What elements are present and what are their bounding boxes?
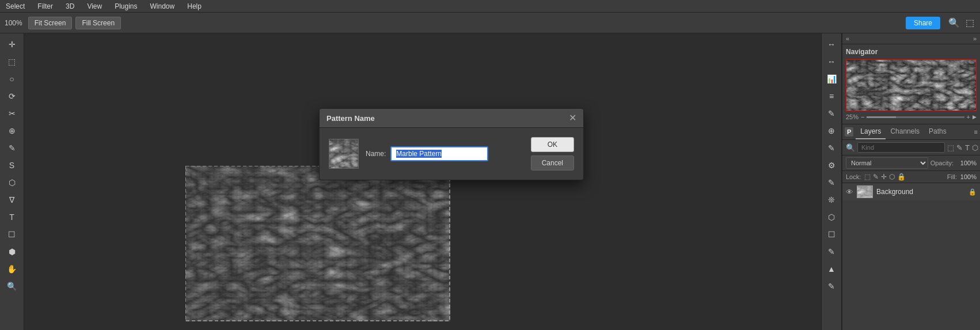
navigator-zoom-bar: 25% − + ▶ <box>846 113 977 120</box>
settings-icon[interactable]: ⚙ <box>823 158 840 173</box>
polygon-icon[interactable]: ⬡ <box>823 210 840 225</box>
levels-icon[interactable]: ≡ <box>823 89 840 104</box>
dialog-overlay: Pattern Name ✕ <box>24 33 821 330</box>
dialog-name-row: Name: <box>366 146 488 161</box>
move-tool[interactable]: ✛ <box>4 37 20 52</box>
eraser-tool[interactable]: ⬡ <box>4 175 20 190</box>
pattern-name-input[interactable] <box>390 146 488 161</box>
svg-rect-5 <box>857 186 873 198</box>
lock-transparent-icon[interactable]: ⬚ <box>864 173 871 181</box>
filter-text-icon[interactable]: T <box>965 143 970 152</box>
zoom-slider[interactable] <box>867 116 964 118</box>
svg-rect-2 <box>329 139 359 169</box>
menu-filter[interactable]: Filter <box>35 1 55 12</box>
filter-type-icon[interactable]: ⬚ <box>947 143 954 152</box>
lock-pixels-icon[interactable]: ✎ <box>873 173 879 181</box>
left-tool-panel: ✛ ⬚ ○ ⟳ ✂ ⊕ ✎ S ⬡ ∇ T ☐ ⬢ ✋ 🔍 <box>0 33 24 330</box>
shape-tool[interactable]: ⬢ <box>4 244 20 259</box>
menu-plugins[interactable]: Plugins <box>112 1 139 12</box>
select-rect-tool[interactable]: ⬚ <box>4 54 20 69</box>
adjust-icon[interactable]: ✎ <box>823 106 840 121</box>
hand-tool[interactable]: ✋ <box>4 261 20 276</box>
search-icon[interactable]: 🔍 <box>947 16 961 29</box>
layer-lock-icon: 🔒 <box>968 188 977 196</box>
zoom-percentage: 100% <box>5 19 22 27</box>
patch-tool[interactable]: ⊕ <box>823 123 840 138</box>
brush-tool[interactable]: ✎ <box>4 141 20 155</box>
dialog-titlebar: Pattern Name ✕ <box>320 109 583 128</box>
lock-position-icon[interactable]: ✛ <box>881 173 887 181</box>
arrange-icon[interactable]: ⬚ <box>964 16 975 29</box>
fill-value: 100% <box>960 173 977 180</box>
panel-menu-icon[interactable]: ≡ <box>974 128 978 135</box>
blend-mode-select[interactable]: Normal <box>846 157 928 169</box>
opacity-value: 100% <box>956 160 977 166</box>
toolbar-right-icons: 🔍 ⬚ <box>947 16 975 29</box>
pen-tool[interactable]: ☐ <box>4 227 20 242</box>
tab-layers[interactable]: Layers <box>856 124 886 139</box>
menu-window[interactable]: Window <box>148 1 177 12</box>
menu-select[interactable]: Select <box>3 1 27 12</box>
filter-adjustment-icon[interactable]: ✎ <box>956 143 963 152</box>
menu-bar: Select Filter 3D View Plugins Window Hel… <box>0 0 980 13</box>
zoom-minus-icon[interactable]: − <box>861 113 864 120</box>
path-tool[interactable]: ✎ <box>823 244 840 259</box>
lock-icons: ⬚ ✎ ✛ ⬡ 🔒 <box>864 173 906 181</box>
lock-row: Lock: ⬚ ✎ ✛ ⬡ 🔒 Fill: 100% <box>842 171 980 183</box>
tab-paths[interactable]: Paths <box>924 124 951 139</box>
collapse-left-arrow[interactable]: « <box>846 35 849 42</box>
gradient-tool[interactable]: ∇ <box>4 192 20 207</box>
zoom-percentage-display: 25% <box>846 113 859 120</box>
menu-view[interactable]: View <box>85 1 104 12</box>
eyedropper-tool[interactable]: ⊕ <box>4 123 20 138</box>
rotate-icon[interactable]: ❊ <box>823 192 840 207</box>
background-layer-row[interactable]: 👁 <box>842 183 980 200</box>
magic-wand-tool[interactable]: ⟳ <box>4 89 20 104</box>
search-layers-icon[interactable]: 🔍 <box>846 143 855 152</box>
clone-stamp-tool[interactable]: S <box>4 158 20 173</box>
dialog-close-button[interactable]: ✕ <box>569 113 576 123</box>
lasso-tool[interactable]: ○ <box>4 71 20 86</box>
text-tool[interactable]: T <box>4 210 20 225</box>
rect-shape[interactable]: ☐ <box>823 227 840 242</box>
menu-3d[interactable]: 3D <box>63 1 77 12</box>
fill-label: Fill: <box>947 173 957 180</box>
dialog-title: Pattern Name <box>326 114 375 123</box>
layer-name-background: Background <box>876 188 965 196</box>
fill-screen-button[interactable]: Fill Screen <box>75 17 121 29</box>
chart-icon[interactable]: 📊 <box>823 71 840 86</box>
right-side-panel: « » Navigator <box>842 33 980 330</box>
menu-help[interactable]: Help <box>185 1 204 12</box>
crop-tool[interactable]: ✂ <box>4 106 20 121</box>
dialog-body: Name: <box>320 128 497 180</box>
warp-tool[interactable]: ↔ <box>823 54 840 69</box>
lock-all-icon[interactable]: 🔒 <box>897 173 906 181</box>
tab-channels[interactable]: Channels <box>886 124 924 139</box>
collapse-right-arrow[interactable]: » <box>973 35 977 42</box>
share-button[interactable]: Share <box>906 17 940 29</box>
layer-visibility-eye[interactable]: 👁 <box>846 188 853 196</box>
triangle-tool[interactable]: ▲ <box>823 261 840 276</box>
layers-search-input[interactable] <box>857 142 945 153</box>
filter-icon[interactable]: ✎ <box>823 175 840 190</box>
navigator-thumbnail[interactable] <box>846 59 977 111</box>
name-label: Name: <box>366 150 386 158</box>
layers-panel-tabs: P Layers Channels Paths ≡ <box>842 124 980 140</box>
zoom-plus-icon[interactable]: + <box>967 113 970 120</box>
notes-tool[interactable]: ✎ <box>823 279 840 294</box>
transform-tool[interactable]: ↔ <box>823 37 840 52</box>
zoom-max-icon[interactable]: ▶ <box>973 114 977 120</box>
navigator-panel: Navigator <box>842 44 980 124</box>
fit-screen-button[interactable]: Fit Screen <box>28 17 73 29</box>
toolbar: 100% Fit Screen Fill Screen Share 🔍 ⬚ <box>0 13 980 33</box>
ok-button[interactable]: OK <box>531 137 574 152</box>
filter-shape-icon[interactable]: ⬡ <box>972 143 978 152</box>
cancel-button[interactable]: Cancel <box>531 155 574 170</box>
properties-panel-icon[interactable]: P <box>845 127 853 136</box>
canvas-area: Pattern Name ✕ <box>24 33 821 330</box>
right-panel-top-bar: « » <box>842 33 980 44</box>
zoom-tool[interactable]: 🔍 <box>4 279 20 294</box>
lock-artboard-icon[interactable]: ⬡ <box>889 173 895 181</box>
sharpen-icon[interactable]: ✎ <box>823 141 840 155</box>
layers-search-row: 🔍 ⬚ ✎ T ⬡ ⚙ ◉ <box>842 140 980 155</box>
